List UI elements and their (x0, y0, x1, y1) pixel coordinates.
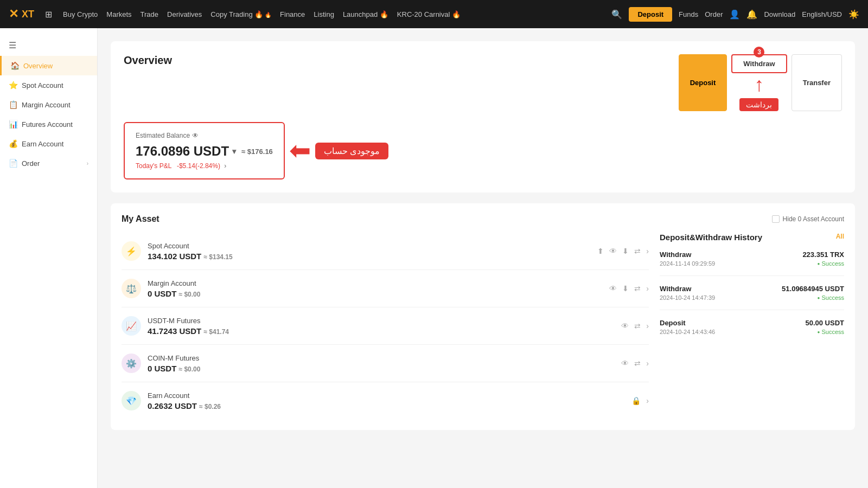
spot-swap-icon[interactable]: ⇄ (634, 247, 641, 255)
margin-swap-icon[interactable]: ⇄ (634, 284, 641, 293)
user-icon[interactable]: 👤 (729, 9, 740, 20)
locale-selector[interactable]: English/USD (802, 10, 842, 18)
my-asset-title: My Asset (122, 214, 159, 224)
coin-futures-usd: ≈ $0.00 (179, 365, 201, 373)
spot-account-actions: ⬆ 👁 ⬇ ⇄ › (597, 247, 649, 255)
history-date-2: 2024-10-24 14:43:46 (660, 329, 715, 335)
balance-value: 176.0896 USDT (136, 144, 229, 159)
sidebar-label-overview: Overview (23, 62, 53, 70)
spot-arrow-icon[interactable]: › (646, 247, 649, 255)
history-panel: Deposit&Withdraw History All Withdraw 22… (660, 233, 844, 419)
history-item-1-row1: Withdraw 51.09684945 USDT (660, 285, 844, 293)
coin-futures-balance: 0 USDT ≈ $0.00 (148, 364, 621, 373)
sidebar-item-order[interactable]: 📄 Order › (0, 153, 97, 173)
logo-text: XT (22, 9, 34, 20)
margin-account-icon: ⚖️ (122, 279, 141, 298)
sidebar-item-earn[interactable]: 💰 Earn Account (0, 134, 97, 153)
sidebar-item-spot[interactable]: ⭐ Spot Account (0, 75, 97, 95)
account-row-spot: ⚡ Spot Account 134.102 USDT ≈ $134.15 ⬆ … (122, 233, 649, 270)
coin-futures-actions: 👁 ⇄ › (621, 359, 649, 368)
coin-futures-account-icon: ⚙️ (122, 354, 141, 373)
earn-lock-icon[interactable]: 🔒 (631, 396, 641, 405)
usdt-futures-arrow-icon[interactable]: › (646, 322, 649, 330)
margin-transfer-icon[interactable]: ⬇ (622, 284, 629, 293)
futures-account-icon: 📈 (122, 316, 141, 336)
margin-arrow-icon[interactable]: › (646, 284, 649, 293)
funds-link[interactable]: Funds (679, 10, 698, 18)
order-icon: 📄 (9, 159, 17, 168)
spot-account-icon: ⚡ (122, 241, 141, 261)
earn-balance-value: 0.2632 USDT (148, 401, 197, 410)
up-arrow-icon: ↑ (754, 73, 764, 96)
overview-header: Overview Deposit 3 Withdraw ↑ برداشت Tra… (124, 54, 842, 111)
history-type-0: Withdraw (660, 251, 691, 259)
earn-arrow-icon[interactable]: › (646, 396, 649, 405)
hide-zero-toggle[interactable]: Hide 0 Asset Account (772, 215, 844, 223)
margin-account-name: Margin Account (148, 279, 609, 287)
nav-derivatives[interactable]: Derivatives (167, 10, 202, 18)
logo[interactable]: ✕ XT (9, 7, 34, 21)
spot-deposit-icon[interactable]: ⬆ (597, 247, 604, 255)
sidebar-item-futures[interactable]: 📊 Futures Account (0, 114, 97, 134)
balance-usd: ≈ $176.16 (241, 147, 273, 156)
sidebar-item-overview[interactable]: 🏠 Overview (0, 56, 97, 75)
hide-zero-checkbox[interactable] (772, 215, 780, 223)
sidebar-menu-icon[interactable]: ☰ (0, 35, 97, 56)
asset-header: My Asset Hide 0 Asset Account (122, 214, 844, 224)
coin-futures-arrow-icon[interactable]: › (646, 359, 649, 368)
balance-eye-icon[interactable]: 👁 (192, 132, 199, 139)
history-type-1: Withdraw (660, 285, 691, 293)
grid-icon[interactable]: ⊞ (45, 9, 52, 20)
sidebar-label-spot: Spot Account (22, 81, 63, 89)
transfer-button[interactable]: Transfer (792, 54, 842, 111)
download-link[interactable]: Download (764, 10, 795, 18)
nav-buy-crypto[interactable]: Buy Crypto (63, 10, 98, 18)
page-title: Overview (124, 54, 172, 67)
spot-withdraw-icon[interactable]: ⬇ (622, 247, 629, 255)
nav-deposit-button[interactable]: Deposit (629, 7, 672, 22)
usdt-futures-swap-icon[interactable]: ⇄ (634, 322, 641, 330)
nav-trade[interactable]: Trade (141, 10, 158, 18)
deposit-button[interactable]: Deposit (679, 54, 727, 111)
history-status-0: Success (818, 260, 844, 267)
history-title-text: Deposit&Withdraw History (660, 233, 762, 242)
order-arrow-icon: › (87, 160, 88, 166)
usdt-futures-eye-icon[interactable]: 👁 (621, 322, 629, 330)
usdt-futures-name: USDT-M Futures (148, 317, 621, 325)
nav-launchpad[interactable]: Launchpad 🔥 (343, 10, 388, 18)
spot-icon: ⭐ (9, 81, 17, 89)
nav-copy-trading[interactable]: Copy Trading 🔥 (210, 10, 271, 18)
sidebar-label-margin: Margin Account (22, 101, 71, 109)
theme-icon[interactable]: ☀️ (848, 9, 859, 20)
coin-futures-swap-icon[interactable]: ⇄ (634, 359, 641, 368)
nav-markets[interactable]: Markets (106, 10, 131, 18)
order-link[interactable]: Order (705, 10, 723, 18)
pnl-value: -$5.14(-2.84%) (177, 162, 220, 170)
margin-eye-icon[interactable]: 👁 (609, 284, 617, 293)
earn-account-info: Earn Account 0.2632 USDT ≈ $0.26 (148, 391, 631, 410)
balance-dropdown-icon[interactable]: ▾ (232, 147, 236, 156)
margin-account-info: Margin Account 0 USDT ≈ $0.00 (148, 279, 609, 298)
balance-label-text: Estimated Balance (136, 132, 190, 139)
history-item-0-row2: 2024-11-14 09:29:59 Success (660, 259, 844, 267)
margin-balance-usd: ≈ $0.00 (179, 291, 201, 298)
search-icon[interactable]: 🔍 (611, 9, 622, 20)
margin-account-actions: 👁 ⬇ ⇄ › (609, 284, 649, 293)
spot-eye-icon[interactable]: 👁 (609, 247, 617, 255)
overview-actions: Deposit 3 Withdraw ↑ برداشت Transfer (679, 54, 842, 111)
history-date-1: 2024-10-24 14:47:39 (660, 294, 715, 301)
history-status-2: Success (818, 329, 844, 335)
spot-balance-usd: ≈ $134.15 (203, 253, 232, 261)
nav-krc20[interactable]: KRC-20 Carnival 🔥 (397, 10, 461, 18)
bell-icon[interactable]: 🔔 (746, 9, 757, 20)
nav-finance[interactable]: Finance (280, 10, 305, 18)
overview-icon: 🏠 (10, 61, 19, 70)
history-all-link[interactable]: All (836, 233, 844, 242)
nav-listing[interactable]: Listing (314, 10, 334, 18)
coin-futures-eye-icon[interactable]: 👁 (621, 359, 629, 368)
hide-zero-label: Hide 0 Asset Account (783, 215, 844, 223)
farsi-withdraw-label: برداشت (739, 98, 778, 111)
sidebar-item-margin[interactable]: 📋 Margin Account (0, 95, 97, 114)
sidebar-label-futures: Futures Account (22, 120, 73, 129)
coin-futures-value: 0 USDT (148, 364, 176, 373)
